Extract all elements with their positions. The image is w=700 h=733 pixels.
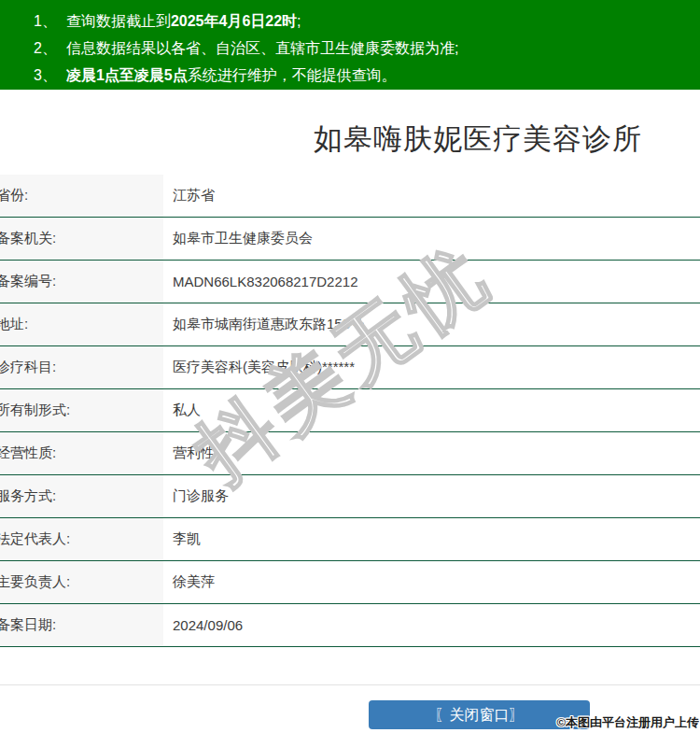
row-label: 所有制形式:	[0, 389, 163, 431]
row-value: 2024/09/06	[163, 604, 700, 646]
table-row-filing-number: 备案编号: MADN66LK832068217D2212	[0, 261, 700, 303]
notice-banner: 1、查询数据截止到2025年4月6日22时; 2、信息数据结果以各省、自治区、直…	[0, 0, 700, 90]
row-label: 备案日期:	[0, 604, 163, 646]
institution-info-table: 省份: 江苏省 备案机关: 如皋市卫生健康委员会 备案编号: MADN66LK8…	[0, 175, 700, 647]
row-label-text: 服务方式:	[0, 487, 56, 505]
footer-divider	[0, 684, 700, 685]
row-value: 如皋市城南街道惠政东路158号	[163, 303, 700, 345]
notice-text-bold: 凌晨1点至凌晨5点	[66, 67, 188, 83]
table-row-address: 地址: 如皋市城南街道惠政东路158号	[0, 303, 700, 346]
notice-number: 2、	[34, 40, 57, 56]
row-label-text: 所有制形式:	[0, 402, 70, 419]
table-row-legal-representative: 法定代表人: 李凯	[0, 518, 700, 561]
row-label-text: 备案编号:	[0, 273, 56, 290]
table-row-medical-subjects: 诊疗科目: 医疗美容科(美容皮肤科)******	[0, 346, 700, 389]
row-label: 主要负责人:	[0, 561, 163, 603]
row-label: 备案编号:	[0, 261, 163, 303]
row-value: 如皋市卫生健康委员会	[163, 218, 700, 260]
notice-line-1: 1、查询数据截止到2025年4月6日22时;	[34, 7, 700, 35]
table-row-filing-authority: 备案机关: 如皋市卫生健康委员会	[0, 218, 700, 261]
row-label-text: 法定代表人:	[0, 530, 70, 548]
table-row-main-person-in-charge: 主要负责人: 徐美萍	[0, 561, 700, 604]
row-label-text: 备案机关:	[0, 230, 56, 247]
row-value: 徐美萍	[163, 561, 700, 603]
notice-line-2: 2、信息数据结果以各省、自治区、直辖市卫生健康委数据为准;	[34, 35, 700, 62]
table-row-filing-date: 备案日期: 2024/09/06	[0, 604, 700, 647]
row-label: 诊疗科目:	[0, 346, 163, 388]
notice-text-bold: 2025年4月6日22时	[171, 13, 297, 29]
row-label: 备案机关:	[0, 218, 163, 260]
row-value: 江苏省	[163, 175, 700, 217]
table-row-ownership-form: 所有制形式: 私人	[0, 389, 700, 432]
row-label-text: 经营性质:	[0, 444, 56, 462]
notice-text: 查询数据截止到	[66, 13, 171, 29]
row-value: 私人	[163, 389, 700, 431]
notice-text: ;	[297, 13, 301, 29]
notice-text: 系统进行维护，不能提供查询。	[188, 67, 397, 83]
row-value: 医疗美容科(美容皮肤科)******	[163, 346, 700, 388]
row-value: 门诊服务	[163, 475, 700, 517]
row-label-text: 主要负责人:	[0, 573, 70, 591]
row-label-text: 地址:	[0, 316, 28, 333]
table-row-business-nature: 经营性质: 营利性	[0, 432, 700, 475]
notice-line-3: 3、凌晨1点至凌晨5点系统进行维护，不能提供查询。	[34, 62, 700, 89]
notice-number: 3、	[34, 67, 57, 83]
row-label: 服务方式:	[0, 475, 163, 517]
row-label: 地址:	[0, 303, 163, 345]
notice-number: 1、	[34, 13, 57, 29]
notice-text: 信息数据结果以各省、自治区、直辖市卫生健康委数据为准;	[66, 40, 458, 56]
table-row-service-mode: 服务方式: 门诊服务	[0, 475, 700, 518]
row-label: 法定代表人:	[0, 518, 163, 560]
row-label-text: 备案日期:	[0, 616, 56, 634]
row-label: 省份:	[0, 175, 163, 217]
row-label: 经营性质:	[0, 432, 163, 474]
row-value: 李凯	[163, 518, 700, 560]
copyright-watermark: ©本图由平台注册用户上传	[556, 714, 699, 731]
row-value: MADN66LK832068217D2212	[163, 261, 700, 303]
row-label-text: 省份:	[0, 187, 28, 204]
row-value: 营利性	[163, 432, 700, 474]
page-title: 如皋嗨肤妮医疗美容诊所	[314, 120, 642, 159]
table-row-province: 省份: 江苏省	[0, 175, 700, 218]
row-label-text: 诊疗科目:	[0, 359, 56, 376]
